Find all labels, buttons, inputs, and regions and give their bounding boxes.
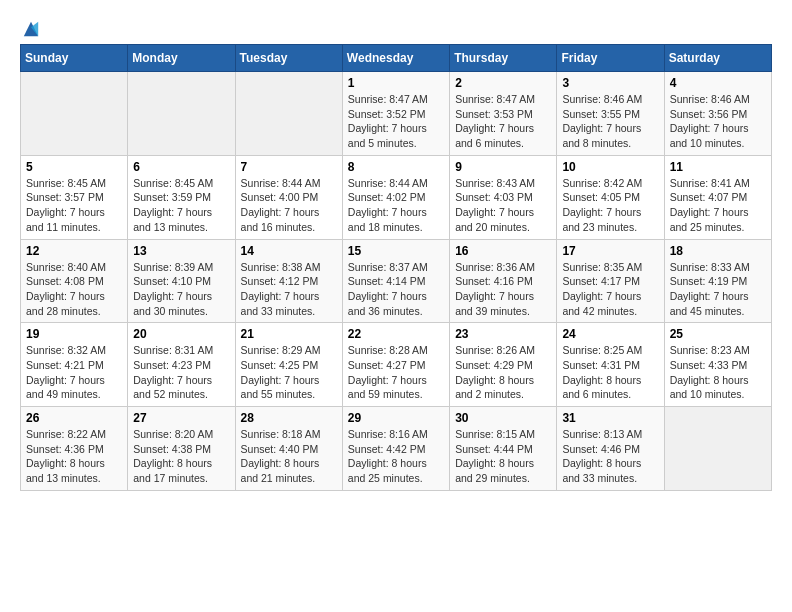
day-number: 8 — [348, 160, 444, 174]
day-info: Sunrise: 8:47 AM Sunset: 3:52 PM Dayligh… — [348, 92, 444, 151]
day-info: Sunrise: 8:44 AM Sunset: 4:02 PM Dayligh… — [348, 176, 444, 235]
calendar-cell: 23Sunrise: 8:26 AM Sunset: 4:29 PM Dayli… — [450, 323, 557, 407]
day-number: 11 — [670, 160, 766, 174]
calendar-cell: 6Sunrise: 8:45 AM Sunset: 3:59 PM Daylig… — [128, 155, 235, 239]
calendar-cell: 13Sunrise: 8:39 AM Sunset: 4:10 PM Dayli… — [128, 239, 235, 323]
day-number: 14 — [241, 244, 337, 258]
day-info: Sunrise: 8:38 AM Sunset: 4:12 PM Dayligh… — [241, 260, 337, 319]
calendar-cell: 24Sunrise: 8:25 AM Sunset: 4:31 PM Dayli… — [557, 323, 664, 407]
calendar-cell: 18Sunrise: 8:33 AM Sunset: 4:19 PM Dayli… — [664, 239, 771, 323]
day-info: Sunrise: 8:43 AM Sunset: 4:03 PM Dayligh… — [455, 176, 551, 235]
day-info: Sunrise: 8:37 AM Sunset: 4:14 PM Dayligh… — [348, 260, 444, 319]
page: SundayMondayTuesdayWednesdayThursdayFrid… — [0, 0, 792, 501]
day-number: 9 — [455, 160, 551, 174]
day-info: Sunrise: 8:25 AM Sunset: 4:31 PM Dayligh… — [562, 343, 658, 402]
calendar-cell: 1Sunrise: 8:47 AM Sunset: 3:52 PM Daylig… — [342, 72, 449, 156]
calendar-cell: 11Sunrise: 8:41 AM Sunset: 4:07 PM Dayli… — [664, 155, 771, 239]
day-info: Sunrise: 8:40 AM Sunset: 4:08 PM Dayligh… — [26, 260, 122, 319]
weekday-header-row: SundayMondayTuesdayWednesdayThursdayFrid… — [21, 45, 772, 72]
day-number: 1 — [348, 76, 444, 90]
weekday-header-friday: Friday — [557, 45, 664, 72]
day-info: Sunrise: 8:39 AM Sunset: 4:10 PM Dayligh… — [133, 260, 229, 319]
day-info: Sunrise: 8:36 AM Sunset: 4:16 PM Dayligh… — [455, 260, 551, 319]
weekday-header-thursday: Thursday — [450, 45, 557, 72]
day-info: Sunrise: 8:22 AM Sunset: 4:36 PM Dayligh… — [26, 427, 122, 486]
day-number: 26 — [26, 411, 122, 425]
day-number: 29 — [348, 411, 444, 425]
weekday-header-monday: Monday — [128, 45, 235, 72]
calendar-cell — [235, 72, 342, 156]
calendar-cell: 16Sunrise: 8:36 AM Sunset: 4:16 PM Dayli… — [450, 239, 557, 323]
day-info: Sunrise: 8:41 AM Sunset: 4:07 PM Dayligh… — [670, 176, 766, 235]
day-number: 20 — [133, 327, 229, 341]
calendar-cell — [21, 72, 128, 156]
calendar-cell: 27Sunrise: 8:20 AM Sunset: 4:38 PM Dayli… — [128, 407, 235, 491]
day-info: Sunrise: 8:16 AM Sunset: 4:42 PM Dayligh… — [348, 427, 444, 486]
day-number: 21 — [241, 327, 337, 341]
week-row-4: 19Sunrise: 8:32 AM Sunset: 4:21 PM Dayli… — [21, 323, 772, 407]
calendar-cell: 4Sunrise: 8:46 AM Sunset: 3:56 PM Daylig… — [664, 72, 771, 156]
weekday-header-wednesday: Wednesday — [342, 45, 449, 72]
logo-icon — [22, 20, 40, 38]
day-number: 6 — [133, 160, 229, 174]
day-number: 22 — [348, 327, 444, 341]
calendar-cell: 25Sunrise: 8:23 AM Sunset: 4:33 PM Dayli… — [664, 323, 771, 407]
day-info: Sunrise: 8:31 AM Sunset: 4:23 PM Dayligh… — [133, 343, 229, 402]
week-row-5: 26Sunrise: 8:22 AM Sunset: 4:36 PM Dayli… — [21, 407, 772, 491]
calendar-cell: 3Sunrise: 8:46 AM Sunset: 3:55 PM Daylig… — [557, 72, 664, 156]
day-number: 3 — [562, 76, 658, 90]
day-info: Sunrise: 8:13 AM Sunset: 4:46 PM Dayligh… — [562, 427, 658, 486]
calendar-cell: 10Sunrise: 8:42 AM Sunset: 4:05 PM Dayli… — [557, 155, 664, 239]
calendar: SundayMondayTuesdayWednesdayThursdayFrid… — [20, 44, 772, 491]
day-info: Sunrise: 8:29 AM Sunset: 4:25 PM Dayligh… — [241, 343, 337, 402]
day-info: Sunrise: 8:32 AM Sunset: 4:21 PM Dayligh… — [26, 343, 122, 402]
calendar-cell: 9Sunrise: 8:43 AM Sunset: 4:03 PM Daylig… — [450, 155, 557, 239]
day-info: Sunrise: 8:45 AM Sunset: 3:57 PM Dayligh… — [26, 176, 122, 235]
calendar-cell: 12Sunrise: 8:40 AM Sunset: 4:08 PM Dayli… — [21, 239, 128, 323]
day-number: 16 — [455, 244, 551, 258]
day-number: 12 — [26, 244, 122, 258]
calendar-cell — [664, 407, 771, 491]
weekday-header-saturday: Saturday — [664, 45, 771, 72]
calendar-cell: 14Sunrise: 8:38 AM Sunset: 4:12 PM Dayli… — [235, 239, 342, 323]
day-number: 5 — [26, 160, 122, 174]
calendar-cell: 21Sunrise: 8:29 AM Sunset: 4:25 PM Dayli… — [235, 323, 342, 407]
day-number: 27 — [133, 411, 229, 425]
calendar-cell: 2Sunrise: 8:47 AM Sunset: 3:53 PM Daylig… — [450, 72, 557, 156]
calendar-cell: 28Sunrise: 8:18 AM Sunset: 4:40 PM Dayli… — [235, 407, 342, 491]
day-number: 19 — [26, 327, 122, 341]
day-info: Sunrise: 8:28 AM Sunset: 4:27 PM Dayligh… — [348, 343, 444, 402]
calendar-cell: 19Sunrise: 8:32 AM Sunset: 4:21 PM Dayli… — [21, 323, 128, 407]
day-number: 7 — [241, 160, 337, 174]
day-info: Sunrise: 8:46 AM Sunset: 3:55 PM Dayligh… — [562, 92, 658, 151]
day-number: 17 — [562, 244, 658, 258]
day-number: 25 — [670, 327, 766, 341]
day-number: 31 — [562, 411, 658, 425]
week-row-3: 12Sunrise: 8:40 AM Sunset: 4:08 PM Dayli… — [21, 239, 772, 323]
calendar-cell: 15Sunrise: 8:37 AM Sunset: 4:14 PM Dayli… — [342, 239, 449, 323]
calendar-cell: 5Sunrise: 8:45 AM Sunset: 3:57 PM Daylig… — [21, 155, 128, 239]
day-info: Sunrise: 8:23 AM Sunset: 4:33 PM Dayligh… — [670, 343, 766, 402]
day-info: Sunrise: 8:33 AM Sunset: 4:19 PM Dayligh… — [670, 260, 766, 319]
calendar-cell: 31Sunrise: 8:13 AM Sunset: 4:46 PM Dayli… — [557, 407, 664, 491]
day-number: 4 — [670, 76, 766, 90]
day-info: Sunrise: 8:42 AM Sunset: 4:05 PM Dayligh… — [562, 176, 658, 235]
calendar-cell: 26Sunrise: 8:22 AM Sunset: 4:36 PM Dayli… — [21, 407, 128, 491]
calendar-cell: 20Sunrise: 8:31 AM Sunset: 4:23 PM Dayli… — [128, 323, 235, 407]
logo — [20, 20, 40, 34]
weekday-header-sunday: Sunday — [21, 45, 128, 72]
calendar-cell — [128, 72, 235, 156]
header — [20, 20, 772, 34]
day-info: Sunrise: 8:35 AM Sunset: 4:17 PM Dayligh… — [562, 260, 658, 319]
day-info: Sunrise: 8:18 AM Sunset: 4:40 PM Dayligh… — [241, 427, 337, 486]
day-number: 28 — [241, 411, 337, 425]
day-number: 23 — [455, 327, 551, 341]
calendar-cell: 30Sunrise: 8:15 AM Sunset: 4:44 PM Dayli… — [450, 407, 557, 491]
day-info: Sunrise: 8:47 AM Sunset: 3:53 PM Dayligh… — [455, 92, 551, 151]
day-number: 2 — [455, 76, 551, 90]
calendar-cell: 29Sunrise: 8:16 AM Sunset: 4:42 PM Dayli… — [342, 407, 449, 491]
calendar-cell: 7Sunrise: 8:44 AM Sunset: 4:00 PM Daylig… — [235, 155, 342, 239]
day-number: 10 — [562, 160, 658, 174]
day-info: Sunrise: 8:26 AM Sunset: 4:29 PM Dayligh… — [455, 343, 551, 402]
day-info: Sunrise: 8:20 AM Sunset: 4:38 PM Dayligh… — [133, 427, 229, 486]
